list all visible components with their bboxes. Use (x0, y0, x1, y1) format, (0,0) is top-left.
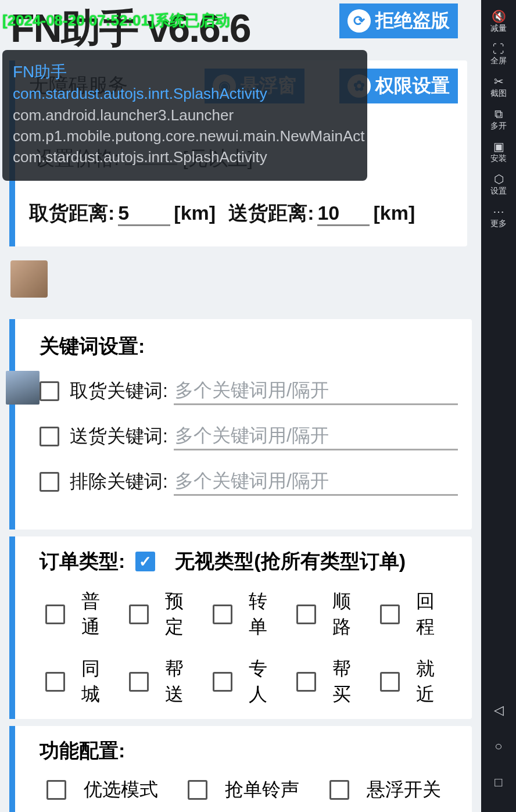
order-type-option[interactable]: 帮送 (123, 656, 201, 707)
activity-toast: FN助手 com.stardust.autojs.inrt.SplashActi… (2, 50, 367, 181)
option-label: 同城 (81, 656, 117, 707)
refuse-piracy-button[interactable]: ⟳ 拒绝盗版 (339, 3, 458, 38)
refuse-piracy-label: 拒绝盗版 (375, 8, 450, 34)
avatar-thumbnail[interactable] (6, 371, 40, 405)
function-option[interactable]: 优选模式 (40, 777, 175, 803)
function-option[interactable]: 抢单铃声 (181, 777, 316, 803)
toast-activity-line: com.p1.mobile.putong.core.newui.main.New… (13, 126, 357, 146)
order-type-option[interactable]: 普通 (40, 589, 117, 640)
option-label: 抢单铃声 (225, 777, 299, 803)
checkbox[interactable] (213, 604, 232, 624)
toast-title: FN助手 (13, 60, 357, 83)
order-type-option[interactable]: 同城 (40, 656, 117, 707)
volume-down-icon: 🔇 (481, 10, 516, 22)
deliver-keyword-label: 送货关键词: (70, 424, 168, 449)
deliver-keyword-input[interactable] (174, 423, 458, 450)
function-config-card: 功能配置: 优选模式抢单铃声悬浮开关滑动抢单点击抢单 (9, 726, 472, 812)
keyword-card: 关键词设置: 取货关键词: 送货关键词: 排除关键词: (9, 319, 472, 530)
nav-back-button[interactable]: ◁ (481, 692, 516, 728)
fullscreen-icon: ⛶ (481, 43, 516, 55)
pickup-keyword-checkbox[interactable] (40, 381, 59, 401)
pickup-keyword-input[interactable] (174, 377, 458, 405)
deliver-distance-label: 送货距离: (228, 200, 314, 227)
checkbox[interactable] (380, 672, 400, 692)
pickup-keyword-label: 取货关键词: (70, 378, 168, 404)
option-label: 转单 (249, 589, 285, 640)
settings-button[interactable]: ⬡ 设置 (481, 169, 516, 201)
keyword-title: 关键词设置: (40, 333, 458, 360)
order-type-title: 订单类型: (40, 548, 125, 575)
function-option[interactable]: 悬浮开关 (322, 777, 458, 803)
km-unit: [km] (174, 202, 216, 224)
option-label: 专人 (249, 656, 285, 707)
more-icon: ⋯ (481, 206, 516, 217)
multi-instance-button[interactable]: ⧉ 多开 (481, 103, 516, 136)
pickup-distance-label: 取货距离: (29, 200, 114, 227)
emulator-sidebar: 🔇 减量 ⛶ 全屏 ✂ 截图 ⧉ 多开 ▣ 安装 ⬡ 设置 ⋯ 更多 ◁ ○ □ (481, 0, 516, 812)
volume-down-button[interactable]: 🔇 减量 (481, 6, 516, 38)
option-label: 悬浮开关 (367, 777, 441, 803)
ignore-type-label: 无视类型(抢所有类型订单) (175, 548, 406, 575)
install-apk-button[interactable]: ▣ 安装 (481, 136, 516, 169)
order-type-card: 订单类型: 无视类型(抢所有类型订单) 普通预定转单顺路回程同城帮送专人帮买就近 (9, 536, 472, 719)
toast-activity-line: com.stardust.autojs.inrt.SplashActivity (13, 146, 357, 167)
checkbox[interactable] (188, 780, 207, 800)
refresh-icon: ⟳ (347, 9, 371, 33)
option-label: 帮买 (332, 656, 368, 707)
km-unit: [km] (373, 202, 415, 224)
fullscreen-button[interactable]: ⛶ 全屏 (481, 38, 516, 71)
checkbox[interactable] (296, 604, 316, 624)
distance-row: 取货距离: 5 [km] 送货距离: 10 [km] (29, 200, 458, 227)
checkbox[interactable] (129, 604, 149, 624)
toast-activity-line: com.stardust.autojs.inrt.SplashActivity (13, 83, 357, 104)
deliver-distance-input[interactable]: 10 (317, 202, 370, 226)
exclude-keyword-checkbox[interactable] (40, 472, 59, 492)
exclude-keyword-label: 排除关键词: (70, 469, 168, 495)
checkbox[interactable] (329, 780, 349, 800)
order-type-option[interactable]: 就近 (374, 656, 452, 707)
option-label: 回程 (416, 589, 452, 640)
multi-icon: ⧉ (481, 108, 516, 120)
option-label: 预定 (165, 589, 201, 640)
log-status: [2024-08-20 07:52:01]系统已启动 (2, 10, 230, 31)
option-label: 顺路 (332, 589, 368, 640)
avatar-thumbnail[interactable] (10, 260, 48, 298)
order-type-option[interactable]: 预定 (123, 589, 201, 640)
nav-home-button[interactable]: ○ (481, 728, 516, 764)
checkbox[interactable] (45, 672, 65, 692)
scissors-icon: ✂ (481, 76, 516, 87)
option-label: 优选模式 (84, 777, 158, 803)
order-type-option[interactable]: 专人 (207, 656, 285, 707)
exclude-keyword-input[interactable] (174, 468, 458, 496)
checkbox[interactable] (380, 604, 400, 624)
nav-recents-button[interactable]: □ (481, 764, 516, 800)
order-type-option[interactable]: 帮买 (291, 656, 368, 707)
ignore-type-checkbox[interactable] (135, 552, 155, 571)
checkbox[interactable] (296, 672, 316, 692)
checkbox[interactable] (129, 672, 149, 692)
order-type-option[interactable]: 顺路 (291, 589, 368, 640)
screenshot-button[interactable]: ✂ 截图 (481, 71, 516, 103)
apk-icon: ▣ (481, 141, 516, 152)
order-type-option[interactable]: 回程 (374, 589, 452, 640)
option-label: 帮送 (165, 656, 201, 707)
function-config-title: 功能配置: (40, 738, 458, 764)
order-type-option[interactable]: 转单 (207, 589, 285, 640)
checkbox[interactable] (46, 780, 66, 800)
deliver-keyword-checkbox[interactable] (40, 427, 59, 446)
checkbox[interactable] (45, 604, 65, 624)
settings-icon: ⬡ (481, 173, 516, 185)
permission-settings-label: 权限设置 (375, 73, 450, 99)
more-button[interactable]: ⋯ 更多 (481, 201, 516, 234)
option-label: 普通 (81, 589, 117, 640)
option-label: 就近 (416, 656, 452, 707)
pickup-distance-input[interactable]: 5 (118, 202, 170, 226)
toast-activity-line: com.android.launcher3.Launcher (13, 105, 357, 126)
checkbox[interactable] (213, 672, 232, 692)
